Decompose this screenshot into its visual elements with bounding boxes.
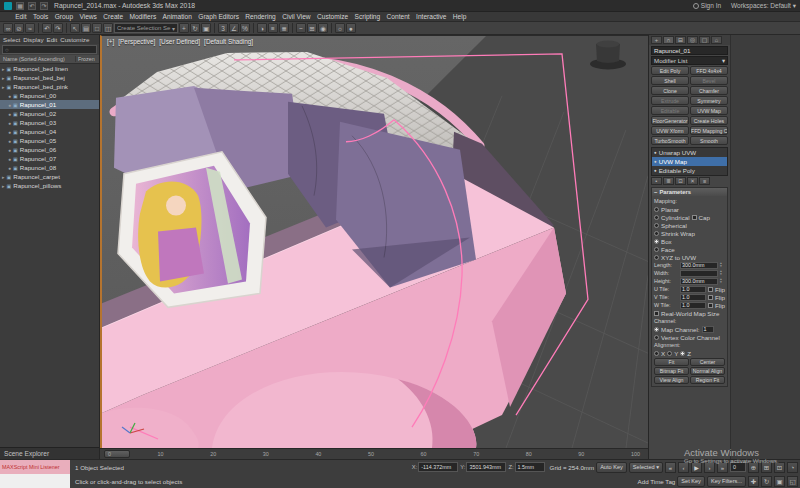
make-unique-icon[interactable]: ⊡ [675,177,686,185]
u-tile-spinner[interactable]: 1.0 [680,286,706,293]
menu-scripting[interactable]: Scripting [351,13,383,20]
list-item[interactable]: ●▣Rapuncel_00 [0,91,99,100]
v-flip-checkbox[interactable] [708,295,713,300]
center-button[interactable]: Center [690,358,725,366]
list-item[interactable]: ▸▣Rapuncel_bed_bej [0,73,99,82]
fit-button[interactable]: Fit [654,358,689,366]
rect-region-icon[interactable]: □ [92,23,102,33]
previous-frame-button[interactable]: ‹ [678,462,689,473]
schematic-view-icon[interactable]: ⊞ [307,23,317,33]
viewport-menu-general[interactable]: [+] [107,38,114,45]
expand-icon[interactable]: ▸ [2,75,5,81]
percent-snap-icon[interactable]: % [240,23,250,33]
eye-icon[interactable]: ● [8,120,11,126]
list-item[interactable]: ●▣Rapuncel_06 [0,145,99,154]
eye-icon[interactable]: ● [8,165,11,171]
align-y-radio[interactable] [667,351,672,356]
menu-civil-view[interactable]: Civil View [279,13,314,20]
list-item[interactable]: ●▣Rapuncel_08 [0,163,99,172]
link-icon[interactable]: ∞ [3,23,13,33]
next-frame-button[interactable]: › [704,462,715,473]
zoom-icon[interactable]: ⊕ [748,462,759,473]
select-move-icon[interactable]: + [179,23,189,33]
spinner-arrows[interactable]: ▴▾ [720,270,725,276]
zoom-region-icon[interactable]: ◱ [787,476,798,487]
undo-icon[interactable]: ↶ [28,2,36,10]
current-frame-field[interactable]: 0 [730,462,746,472]
eye-icon[interactable]: ● [8,111,11,117]
modifier-button[interactable]: Smooth [690,136,728,145]
expand-icon[interactable]: ▸ [2,174,5,180]
menu-tools[interactable]: Tools [30,13,52,20]
modifier-list-dropdown[interactable]: Modifier List▾ [651,56,728,65]
visibility-bulb-icon[interactable]: ● [654,159,657,164]
modifier-button[interactable]: Edit Poly [651,66,689,75]
eye-icon[interactable]: ● [8,138,11,144]
list-item-selected[interactable]: ●▣Rapuncel_01 [0,100,99,109]
material-editor-icon[interactable]: ◉ [318,23,328,33]
menu-modifiers[interactable]: Modifiers [126,13,159,20]
curve-editor-icon[interactable]: ~ [296,23,306,33]
save-icon[interactable]: ▦ [16,2,24,10]
redo-toolbar-icon[interactable]: ↷ [53,23,63,33]
selection-set-combo[interactable]: Create Selection Se▾ [114,23,178,33]
modifier-button[interactable]: Extrude [651,96,689,105]
expand-icon[interactable]: ▸ [2,66,5,72]
eye-icon[interactable]: ● [8,156,11,162]
z-coordinate[interactable]: Z:1.5mm [508,462,544,472]
mapping-spherical[interactable]: Spherical [654,221,725,229]
align-x-radio[interactable] [654,351,659,356]
modifier-button[interactable]: Shell [651,76,689,85]
eye-icon[interactable]: ● [8,129,11,135]
perspective-viewport[interactable]: [+] [Perspective] [User Defined] [Defaul… [100,35,648,448]
unlink-icon[interactable]: ⊘ [14,23,24,33]
play-button[interactable]: ▶ [691,462,702,473]
align-icon[interactable]: ≡ [268,23,278,33]
modifier-button[interactable]: Bevel [690,76,728,85]
viewport-menu-camera[interactable]: [User Defined] [159,38,200,45]
width-spinner[interactable] [680,270,718,277]
eye-icon[interactable]: ● [8,102,11,108]
select-object-icon[interactable]: ↖ [70,23,80,33]
modifier-button[interactable]: FFD 4x4x4 [690,66,728,75]
key-filters-button[interactable]: Key Filters... [707,476,746,487]
mapping-cylindrical[interactable]: CylindricalCap [654,213,725,221]
name-column-header[interactable]: Name (Sorted Ascending) [0,56,75,62]
region-fit-button[interactable]: Region Fit [690,376,725,384]
maximize-viewport-icon[interactable]: ▣ [774,476,785,487]
list-item[interactable]: ●▣Rapuncel_05 [0,136,99,145]
mapping-box[interactable]: Box [654,237,725,245]
modifier-button[interactable]: TurboSmooth [651,136,689,145]
modifier-button[interactable]: Symmetry [690,96,728,105]
render-icon[interactable]: ● [346,23,356,33]
menu-group[interactable]: Group [52,13,77,20]
mirror-icon[interactable]: ◑ [257,23,267,33]
eye-icon[interactable]: ● [8,93,11,99]
maxscript-macro-recorder[interactable]: MAXScript Mini Listener [0,460,70,474]
modifier-button[interactable]: Create Holes [690,116,728,125]
window-crossing-icon[interactable]: ◫ [103,23,113,33]
tab-create[interactable]: + [651,36,662,44]
mapping-face[interactable]: Face [654,245,725,253]
modifier-button[interactable]: UVW Map [690,106,728,115]
mapping-planar[interactable]: Planar [654,205,725,213]
menu-graph-editors[interactable]: Graph Editors [195,13,242,20]
vertex-color-row[interactable]: Vertex Color Channel [654,333,725,341]
visibility-bulb-icon[interactable]: ● [654,150,657,155]
modifier-button[interactable]: Editable [651,106,689,115]
field-of-view-icon[interactable]: ◔ [787,462,798,473]
visibility-bulb-icon[interactable]: ● [654,168,657,173]
menu-rendering[interactable]: Rendering [242,13,279,20]
go-to-end-button[interactable]: » [717,462,728,473]
map-channel-spinner[interactable]: 1 [702,326,714,333]
spinner-arrows[interactable]: ▴▾ [720,262,725,268]
align-z-radio[interactable] [680,351,685,356]
select-scale-icon[interactable]: ▣ [201,23,211,33]
list-item[interactable]: ●▣Rapuncel_03 [0,118,99,127]
menu-animation[interactable]: Animation [159,13,195,20]
tab-hierarchy[interactable]: ⊟ [675,36,686,44]
mapping-xyz-to-uvw[interactable]: XYZ to UVW [654,253,725,261]
eye-icon[interactable]: ● [8,147,11,153]
list-item[interactable]: ▸▣Rapuncel_bed linen [0,64,99,73]
remove-modifier-icon[interactable]: ✕ [687,177,698,185]
